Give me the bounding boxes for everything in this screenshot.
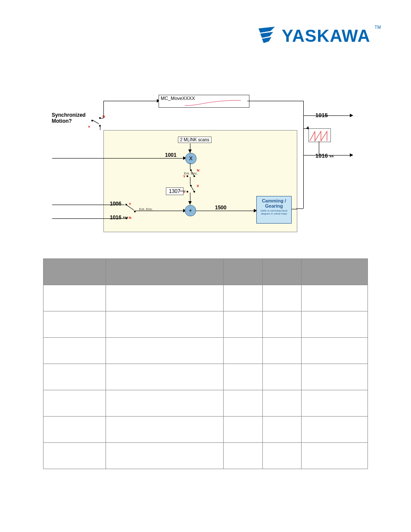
param-1307: 1307 (166, 187, 184, 195)
table-header-3 (224, 259, 262, 285)
switch-y-label: Y (88, 125, 90, 129)
s-curve-icon (185, 100, 241, 106)
table-row (44, 285, 368, 311)
param-1016-ss: 1016 ss (315, 152, 334, 159)
parameter-table (43, 258, 368, 469)
mc-move-box: MC_MoveXXXX (159, 95, 249, 108)
table-header-5 (301, 259, 367, 285)
table-header-1 (44, 259, 106, 285)
param-1500: 1500 (215, 205, 227, 211)
position-curve-icon (308, 128, 331, 142)
sync-motion-label: Synchronized Motion? (52, 112, 86, 124)
table-row (44, 390, 368, 417)
camming-gearing-box: Camming / Gearing (refer to camming bloc… (256, 196, 292, 224)
yaskawa-mark-icon (258, 26, 277, 46)
sync-motion-block: 2 MLINK scans 1001 X Ext. Enc. N Y 13 (103, 130, 297, 232)
param-1015: 1015 (315, 112, 328, 118)
block-diagram: Synchronized Motion? N Y MC_MoveXXXX (52, 86, 362, 237)
table-row (44, 417, 368, 443)
table-header-4 (262, 259, 301, 285)
param-1006: 1006 (110, 201, 121, 207)
logo-tm: TM (375, 25, 381, 30)
logo-text: YASKAWA (282, 26, 371, 46)
ext-enc-label-1: Ext. Enc. (184, 171, 198, 175)
multiply-node: X (185, 153, 196, 164)
table-row (44, 364, 368, 390)
table-row (44, 311, 368, 338)
param-1001: 1001 (165, 152, 177, 158)
table-header-row (44, 259, 368, 285)
sum-node: + (185, 205, 196, 216)
mlink-scans-box: 2 MLINK scans (178, 137, 212, 143)
table-row (44, 338, 368, 364)
table-header-2 (106, 259, 224, 285)
yaskawa-logo: YASKAWA TM (258, 26, 381, 46)
table-row (44, 443, 368, 469)
